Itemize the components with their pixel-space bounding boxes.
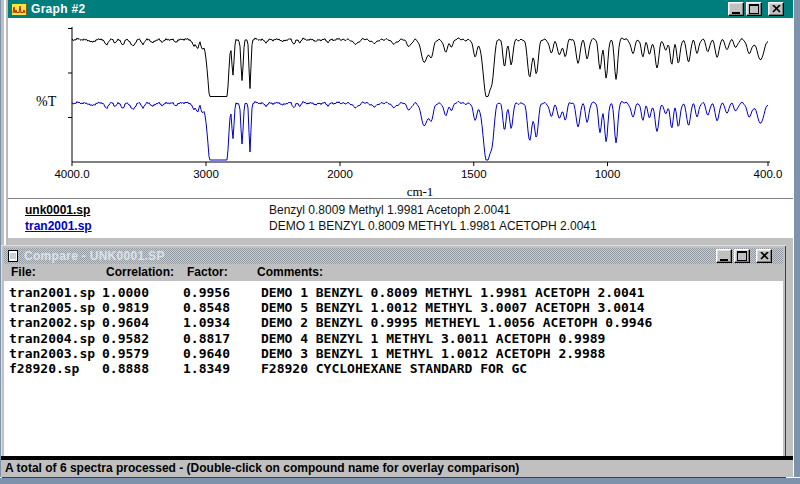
svg-text:4000.0: 4000.0 bbox=[54, 168, 89, 180]
compare-close-button[interactable] bbox=[756, 249, 772, 263]
spectrum-file-row: unk0001.spBenzyl 0.8009 Methyl 1.9981 Ac… bbox=[8, 202, 793, 218]
application-window: Graph #2 4000.03000200015001000400.0 %T … bbox=[0, 0, 800, 484]
cell-comments: DEMO 3 BENZYL 1 METHYL 1.0012 ACETOPH 2.… bbox=[261, 346, 605, 361]
spectrum-file-link[interactable]: tran2001.sp bbox=[25, 218, 92, 234]
compare-window-title: Compare - UNK0001.SP bbox=[24, 249, 165, 263]
cell-correlation: 0.9582 bbox=[102, 331, 149, 346]
svg-text:1000: 1000 bbox=[595, 168, 621, 180]
graph-window: Graph #2 4000.03000200015001000400.0 %T … bbox=[8, 0, 793, 238]
cell-file: tran2003.sp bbox=[9, 346, 95, 361]
table-row[interactable]: tran2001.sp1.00000.9956DEMO 1 BENZYL 0.8… bbox=[4, 285, 783, 300]
column-header-correlation: Correlation: bbox=[106, 265, 174, 279]
spectrum-chart-icon bbox=[11, 3, 27, 16]
table-row[interactable]: f28920.sp0.88881.8349F28920 CYCLOHEXANE … bbox=[4, 361, 783, 376]
cell-factor: 0.8817 bbox=[183, 331, 230, 346]
graph-minimize-button[interactable] bbox=[728, 2, 744, 16]
column-header-file: File: bbox=[11, 265, 36, 279]
maximize-icon bbox=[749, 4, 759, 14]
svg-text:1500: 1500 bbox=[461, 168, 487, 180]
window-frame-bottom bbox=[0, 478, 800, 484]
table-row[interactable]: tran2003.sp0.95790.9640DEMO 3 BENZYL 1 M… bbox=[4, 346, 783, 361]
cell-file: f28920.sp bbox=[9, 361, 79, 376]
compare-window: Compare - UNK0001.SP File: Correlation: … bbox=[1, 245, 786, 478]
document-icon bbox=[7, 249, 20, 263]
cell-comments: DEMO 2 BENZYL 0.9995 METHEYL 1.0056 ACET… bbox=[261, 315, 652, 330]
cell-correlation: 0.9604 bbox=[102, 315, 149, 330]
graph-close-button[interactable] bbox=[768, 2, 784, 16]
spectrum-file-row: tran2001.spDEMO 1 BENZYL 0.8009 METHYL 1… bbox=[8, 218, 793, 234]
ir-spectra-chart: 4000.03000200015001000400.0 bbox=[8, 18, 793, 198]
y-axis-label: %T bbox=[36, 94, 56, 110]
column-header-factor: Factor: bbox=[187, 265, 228, 279]
cell-correlation: 0.9579 bbox=[102, 346, 149, 361]
compare-maximize-button[interactable] bbox=[734, 249, 750, 263]
table-row[interactable]: tran2005.sp0.98190.8548DEMO 5 BENZYL 1.0… bbox=[4, 300, 783, 315]
compare-minimize-button[interactable] bbox=[716, 249, 732, 263]
cell-correlation: 0.8888 bbox=[102, 361, 149, 376]
cell-file: tran2002.sp bbox=[9, 315, 95, 330]
close-icon bbox=[760, 252, 769, 260]
status-bar: A total of 6 spectra processed - (Double… bbox=[1, 460, 793, 477]
graph-window-titlebar[interactable]: Graph #2 bbox=[8, 0, 793, 18]
status-text: A total of 6 spectra processed - (Double… bbox=[5, 461, 519, 475]
cell-comments: DEMO 5 BENZYL 1.0012 METHYL 3.0007 ACETO… bbox=[261, 300, 645, 315]
spectrum-description: Benzyl 0.8009 Methyl 1.9981 Acetoph 2.00… bbox=[269, 202, 511, 218]
svg-text:2000: 2000 bbox=[327, 168, 353, 180]
cell-file: tran2001.sp bbox=[9, 285, 95, 300]
cell-correlation: 1.0000 bbox=[102, 285, 149, 300]
window-frame-right bbox=[793, 0, 800, 484]
spectra-file-list: unk0001.spBenzyl 0.8009 Methyl 1.9981 Ac… bbox=[8, 198, 793, 238]
results-table-body[interactable]: tran2001.sp1.00000.9956DEMO 1 BENZYL 0.8… bbox=[4, 281, 783, 456]
cell-factor: 1.8349 bbox=[183, 361, 230, 376]
cell-factor: 0.8548 bbox=[183, 300, 230, 315]
cell-file: tran2005.sp bbox=[9, 300, 95, 315]
spectrum-description: DEMO 1 BENZYL 0.8009 METHYL 1.9981 ACETO… bbox=[269, 218, 597, 234]
close-icon bbox=[772, 5, 781, 13]
cell-file: tran2004.sp bbox=[9, 331, 95, 346]
svg-text:3000: 3000 bbox=[193, 168, 219, 180]
table-row[interactable]: tran2004.sp0.95820.8817DEMO 4 BENZYL 1 M… bbox=[4, 331, 783, 346]
spectra-plot-area[interactable]: 4000.03000200015001000400.0 %T cm-1 bbox=[8, 18, 793, 198]
spectrum-file-link[interactable]: unk0001.sp bbox=[25, 202, 90, 218]
cell-comments: DEMO 1 BENZYL 0.8009 METHYL 1.9981 ACETO… bbox=[261, 285, 645, 300]
maximize-icon bbox=[737, 251, 747, 261]
compare-window-titlebar[interactable]: Compare - UNK0001.SP bbox=[4, 248, 783, 264]
results-table-header: File: Correlation: Factor: Comments: bbox=[4, 264, 783, 281]
svg-text:400.0: 400.0 bbox=[754, 168, 783, 180]
cell-comments: F28920 CYCLOHEXANE STANDARD FOR GC bbox=[261, 361, 527, 376]
cell-factor: 1.0934 bbox=[183, 315, 230, 330]
graph-window-title: Graph #2 bbox=[31, 2, 85, 16]
column-header-comments: Comments: bbox=[257, 265, 323, 279]
cell-factor: 0.9956 bbox=[183, 285, 230, 300]
graph-maximize-button[interactable] bbox=[746, 2, 762, 16]
minimize-icon bbox=[732, 12, 740, 14]
cell-factor: 0.9640 bbox=[183, 346, 230, 361]
table-row[interactable]: tran2002.sp0.96041.0934DEMO 2 BENZYL 0.9… bbox=[4, 315, 783, 330]
minimize-icon bbox=[720, 259, 728, 261]
cell-comments: DEMO 4 BENZYL 1 METHYL 3.0011 ACETOPH 0.… bbox=[261, 331, 605, 346]
cell-correlation: 0.9819 bbox=[102, 300, 149, 315]
